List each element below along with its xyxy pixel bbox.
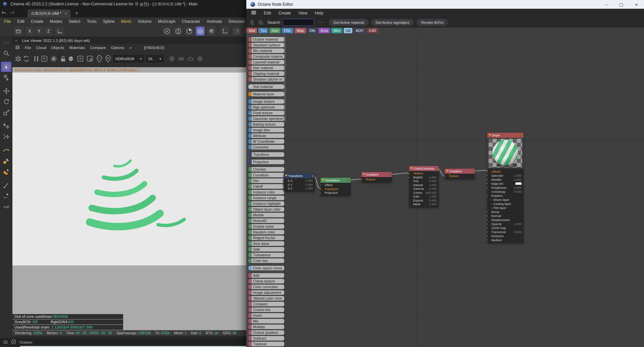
octane-title-bar[interactable]: Octane Node Editor – ▢ × — [246, 0, 644, 9]
output-socket[interactable] — [436, 168, 438, 170]
sketch-icon[interactable] — [1, 202, 11, 212]
node-param-s-z[interactable]: S.Z1.000 — [284, 187, 315, 191]
input-socket[interactable] — [444, 175, 445, 177]
node-param-1-ior-map[interactable]: 1/IOR map — [487, 226, 524, 230]
octane-hamburger-icon[interactable] — [251, 11, 256, 15]
node-list-item[interactable]: Subtract — [248, 336, 285, 341]
model-mode-icon[interactable] — [196, 27, 205, 36]
move-icon[interactable] — [1, 86, 11, 96]
hamburger-icon[interactable] — [15, 46, 20, 50]
output-socket[interactable] — [312, 175, 314, 177]
coord-system-icon[interactable] — [55, 27, 64, 36]
node-list-item[interactable]: Triplanar — [248, 342, 285, 346]
node-gradient-1[interactable]: GradientTexture — [361, 172, 392, 183]
node-list-item[interactable]: Rgb spectrum — [248, 105, 285, 110]
axis-z-button[interactable]: Z — [44, 27, 53, 36]
node-param-transform[interactable]: Transform — [320, 187, 351, 191]
edges-mode-icon[interactable] — [174, 27, 183, 36]
sub-box-icon[interactable] — [86, 54, 94, 63]
node-color-correction[interactable]: ColorCorrectioTextureBrightn1.000Hue0.00… — [409, 166, 439, 208]
node-list-item[interactable]: Color key — [248, 258, 285, 263]
node-list-item[interactable]: Clamp texture — [248, 279, 285, 284]
node-list-item[interactable]: W Coordinate — [248, 139, 285, 144]
node-list-item[interactable]: Mix material — [248, 48, 285, 53]
input-socket[interactable] — [486, 219, 488, 221]
node-param-s-y[interactable]: S.Y1.000 — [284, 183, 315, 187]
texture-mode-icon[interactable] — [207, 27, 216, 36]
gear-icon[interactable] — [49, 54, 58, 63]
tab-aov[interactable]: AOV — [354, 28, 365, 33]
node-gradient-2[interactable]: GradientTexture — [445, 169, 475, 179]
node-list-item[interactable]: Octane material — [248, 37, 285, 42]
lock-icon[interactable] — [59, 54, 67, 63]
node-param-opacity[interactable]: Opacity1.000 — [487, 222, 524, 226]
search-icon[interactable] — [1, 48, 11, 58]
scale-icon[interactable] — [1, 107, 11, 118]
input-socket[interactable] — [360, 179, 362, 180]
node-param-displacement[interactable]: Displacement — [487, 218, 524, 222]
get-active-tag-object-button[interactable]: Get Active tag/object — [371, 19, 414, 26]
axis-x-button[interactable]: X — [26, 27, 34, 36]
node-list-item[interactable]: Octane noise — [248, 224, 285, 229]
render-viewport[interactable] — [12, 73, 246, 265]
node-list-item[interactable]: Color correction — [248, 285, 285, 289]
node-param-film-layer[interactable]: ›Film layer — [487, 206, 524, 210]
node-list-item[interactable]: Composite materia — [248, 54, 285, 59]
menu-character[interactable]: Character — [182, 19, 200, 24]
collapse-triangle-icon[interactable] — [410, 167, 413, 169]
maximize-icon[interactable]: ▢ — [614, 0, 629, 9]
node-list-item[interactable]: Side — [248, 247, 285, 252]
menu-modes[interactable]: Modes — [50, 19, 62, 24]
node-param-hue[interactable]: Hue0.000 — [409, 179, 439, 183]
minimize-icon[interactable]: – — [599, 0, 614, 9]
node-list-item[interactable]: Image tiles — [248, 128, 285, 132]
points-mode-icon[interactable] — [162, 27, 171, 36]
brush-icon[interactable] — [1, 180, 11, 190]
node-param-emission[interactable]: Emission — [487, 234, 524, 238]
input-socket[interactable] — [283, 184, 284, 186]
lv-menu-objects[interactable]: Objects — [51, 46, 64, 50]
node-param-s-x[interactable]: S.X1.000 — [284, 179, 315, 183]
node-list-item[interactable]: Baking texture — [248, 122, 285, 127]
collapse-triangle-icon[interactable] — [322, 179, 325, 181]
render-aovs-button[interactable]: Render AOVs — [417, 19, 448, 26]
octane-menu-create[interactable]: Create — [279, 11, 291, 15]
lv-menu-options[interactable]: Options — [111, 46, 125, 50]
node-list-item[interactable]: Hair material — [248, 66, 285, 70]
mode-dropdown[interactable]: DL▾ — [146, 55, 163, 62]
node-param-transmissi[interactable]: Transmissi0.000 — [487, 230, 524, 234]
tab-tex[interactable]: Tex — [258, 28, 268, 33]
tab-mec[interactable]: Mec — [331, 28, 342, 33]
node-param-bump[interactable]: Bump — [487, 210, 524, 214]
node-param-exposu[interactable]: Exposu0.000 — [409, 199, 439, 203]
node-list-item[interactable]: Turbulence — [248, 253, 285, 257]
menu-animate[interactable]: Animate — [207, 19, 222, 24]
node-list-item[interactable]: Ridged fractal — [248, 235, 285, 240]
input-socket[interactable] — [319, 192, 321, 194]
node-sinewave[interactable]: SineWaveOffsetTransformProjection — [320, 178, 351, 196]
pin-m-icon[interactable]: M — [104, 54, 112, 63]
tab-close-icon[interactable]: × — [65, 11, 67, 16]
node-param-albedo[interactable]: Albedo — [487, 170, 524, 174]
node-list-item[interactable]: Clipping material — [248, 71, 285, 76]
tab-osl[interactable]: OSL — [282, 28, 293, 33]
node-list-item[interactable]: Curvature — [248, 173, 285, 177]
node-list-item[interactable]: Comment — [248, 145, 285, 149]
tab-mat[interactable]: Mat — [247, 28, 257, 33]
node-header[interactable]: Transform — [284, 173, 315, 178]
snap-plane-icon[interactable] — [232, 27, 241, 36]
input-socket[interactable] — [486, 231, 488, 233]
node-list-item[interactable]: Attribute — [248, 133, 285, 138]
menu-spline[interactable]: Spline — [103, 19, 115, 24]
node-list-item[interactable]: Cosine mix — [248, 307, 285, 312]
node-list-item[interactable]: Material layer — [248, 92, 285, 96]
node-param-saturat[interactable]: Saturat1.000 — [409, 183, 439, 187]
cube-pen-icon[interactable] — [1, 167, 11, 177]
tab-c4d[interactable]: C4D — [367, 28, 378, 33]
live-selection-icon[interactable] — [1, 62, 11, 72]
node-list-item[interactable]: Gaussian spectrum — [248, 116, 285, 121]
octane-menu-edit[interactable]: Edit — [264, 11, 271, 15]
pause-icon[interactable] — [32, 54, 41, 63]
node-list-item[interactable]: Shadow catcher m — [248, 77, 285, 82]
pen-square-icon[interactable] — [1, 156, 11, 166]
